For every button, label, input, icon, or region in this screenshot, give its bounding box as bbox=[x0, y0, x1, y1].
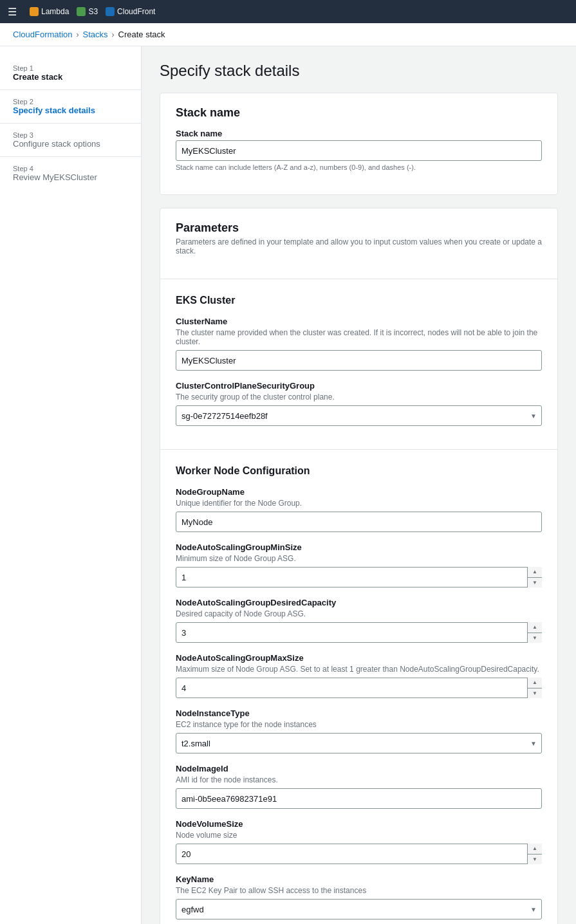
node-instance-type-desc: EC2 instance type for the node instances bbox=[176, 720, 542, 729]
cluster-name-field: ClusterName The cluster name provided wh… bbox=[176, 317, 542, 371]
node-volume-size-decrement[interactable]: ▼ bbox=[528, 855, 542, 865]
node-group-name-field: NodeGroupName Unique identifier for the … bbox=[176, 487, 542, 532]
key-name-desc: The EC2 Key Pair to allow SSH access to … bbox=[176, 886, 542, 895]
node-volume-size-label: NodeVolumeSize bbox=[176, 819, 542, 829]
hamburger-icon[interactable]: ☰ bbox=[8, 6, 17, 18]
cluster-sg-field: ClusterControlPlaneSecurityGroup The sec… bbox=[176, 381, 542, 426]
node-volume-size-wrap: ▲ ▼ bbox=[176, 844, 542, 864]
breadcrumb: CloudFormation › Stacks › Create stack bbox=[0, 23, 576, 46]
stack-name-field: Stack name Stack name can include letter… bbox=[176, 129, 542, 171]
worker-node-section: Worker Node Configuration NodeGroupName … bbox=[160, 450, 557, 924]
node-image-id-input[interactable] bbox=[176, 788, 542, 809]
node-instance-type-field: NodeInstanceType EC2 instance type for t… bbox=[176, 708, 542, 753]
asg-max-label: NodeAutoScalingGroupMaxSize bbox=[176, 653, 542, 663]
nav-cloudfront[interactable]: CloudFront bbox=[106, 7, 155, 16]
stack-name-label: Stack name bbox=[176, 129, 542, 138]
step-3-number: Step 3 bbox=[13, 131, 128, 139]
stack-name-section-title: Stack name bbox=[176, 106, 542, 120]
content-area: Specify stack details Stack name Stack n… bbox=[142, 46, 576, 924]
step-2-label[interactable]: Specify stack details bbox=[13, 106, 128, 115]
node-image-id-desc: AMI id for the node instances. bbox=[176, 775, 542, 784]
parameters-section-title: Parameters bbox=[176, 221, 542, 235]
main-layout: Step 1 Create stack Step 2 Specify stack… bbox=[0, 46, 576, 924]
step-1-number: Step 1 bbox=[13, 64, 128, 72]
stack-name-section: Stack name Stack name Stack name can inc… bbox=[160, 93, 557, 194]
cluster-name-input[interactable] bbox=[176, 350, 542, 371]
node-group-name-desc: Unique identifier for the Node Group. bbox=[176, 499, 542, 508]
lambda-dot bbox=[30, 7, 39, 16]
cluster-sg-select[interactable]: sg-0e72727514eefb28f bbox=[176, 405, 542, 426]
asg-max-spinners: ▲ ▼ bbox=[527, 678, 542, 698]
node-image-id-field: NodeImageId AMI id for the node instance… bbox=[176, 764, 542, 809]
cluster-sg-select-wrap: sg-0e72727514eefb28f ▼ bbox=[176, 405, 542, 426]
node-group-name-input[interactable] bbox=[176, 512, 542, 532]
step-3: Step 3 Configure stack options bbox=[0, 126, 141, 154]
asg-desired-wrap: ▲ ▼ bbox=[176, 622, 542, 643]
asg-max-input[interactable] bbox=[176, 678, 542, 698]
step-4-number: Step 4 bbox=[13, 165, 128, 172]
nav-cloudfront-label: CloudFront bbox=[117, 7, 155, 16]
node-volume-size-spinners: ▲ ▼ bbox=[527, 844, 542, 864]
node-instance-type-select[interactable]: t2.small t2.medium t2.large bbox=[176, 733, 542, 753]
asg-min-label: NodeAutoScalingGroupMinSize bbox=[176, 542, 542, 552]
stack-name-card: Stack name Stack name Stack name can inc… bbox=[160, 93, 558, 195]
asg-max-field: NodeAutoScalingGroupMaxSize Maximum size… bbox=[176, 653, 542, 698]
eks-cluster-section: EKS Cluster ClusterName The cluster name… bbox=[160, 279, 557, 450]
nav-s3-label: S3 bbox=[88, 7, 98, 16]
stack-name-hint: Stack name can include letters (A-Z and … bbox=[176, 163, 542, 171]
asg-max-increment[interactable]: ▲ bbox=[528, 678, 542, 688]
worker-node-title: Worker Node Configuration bbox=[176, 465, 542, 477]
asg-desired-input[interactable] bbox=[176, 622, 542, 643]
key-name-label: KeyName bbox=[176, 874, 542, 884]
asg-desired-spinners: ▲ ▼ bbox=[527, 622, 542, 643]
step-2-number: Step 2 bbox=[13, 98, 128, 106]
asg-min-decrement[interactable]: ▼ bbox=[528, 578, 542, 588]
asg-desired-increment[interactable]: ▲ bbox=[528, 622, 542, 633]
step-1: Step 1 Create stack bbox=[0, 59, 141, 87]
step-1-label[interactable]: Create stack bbox=[13, 72, 128, 82]
stack-name-input[interactable] bbox=[176, 140, 542, 161]
step-4: Step 4 Review MyEKSCluster bbox=[0, 160, 141, 187]
breadcrumb-stacks[interactable]: Stacks bbox=[83, 30, 108, 39]
key-name-select-wrap: egfwd ▼ bbox=[176, 899, 542, 919]
key-name-select[interactable]: egfwd bbox=[176, 899, 542, 919]
parameters-section-desc: Parameters are defined in your template … bbox=[176, 237, 542, 255]
asg-desired-decrement[interactable]: ▼ bbox=[528, 633, 542, 643]
top-nav: ☰ Lambda S3 CloudFront bbox=[0, 0, 576, 23]
asg-desired-desc: Desired capacity of Node Group ASG. bbox=[176, 609, 542, 618]
nav-lambda[interactable]: Lambda bbox=[30, 7, 69, 16]
asg-desired-label: NodeAutoScalingGroupDesiredCapacity bbox=[176, 598, 542, 607]
cluster-name-desc: The cluster name provided when the clust… bbox=[176, 328, 542, 346]
asg-max-desc: Maximum size of Node Group ASG. Set to a… bbox=[176, 665, 542, 674]
asg-min-input[interactable] bbox=[176, 567, 542, 587]
node-volume-size-field: NodeVolumeSize Node volume size ▲ ▼ bbox=[176, 819, 542, 864]
nav-s3[interactable]: S3 bbox=[77, 7, 98, 16]
step-2: Step 2 Specify stack details bbox=[0, 93, 141, 120]
asg-max-decrement[interactable]: ▼ bbox=[528, 688, 542, 699]
node-volume-size-increment[interactable]: ▲ bbox=[528, 844, 542, 855]
asg-min-field: NodeAutoScalingGroupMinSize Minimum size… bbox=[176, 542, 542, 587]
node-instance-type-select-wrap: t2.small t2.medium t2.large ▼ bbox=[176, 733, 542, 753]
step-divider-2 bbox=[0, 123, 141, 124]
eks-cluster-title: EKS Cluster bbox=[176, 295, 542, 306]
asg-min-increment[interactable]: ▲ bbox=[528, 567, 542, 578]
cloudfront-dot bbox=[106, 7, 115, 16]
page-title: Specify stack details bbox=[160, 62, 558, 80]
parameters-header-section: Parameters Parameters are defined in you… bbox=[160, 208, 557, 279]
asg-max-wrap: ▲ ▼ bbox=[176, 678, 542, 698]
s3-dot bbox=[77, 7, 86, 16]
cluster-sg-desc: The security group of the cluster contro… bbox=[176, 393, 542, 402]
breadcrumb-cloudformation[interactable]: CloudFormation bbox=[13, 30, 73, 39]
breadcrumb-sep-2: › bbox=[112, 30, 115, 39]
step-4-label[interactable]: Review MyEKSCluster bbox=[13, 172, 128, 182]
step-divider-1 bbox=[0, 89, 141, 90]
node-volume-size-desc: Node volume size bbox=[176, 831, 542, 840]
parameters-card: Parameters Parameters are defined in you… bbox=[160, 208, 558, 924]
key-name-field: KeyName The EC2 Key Pair to allow SSH ac… bbox=[176, 874, 542, 919]
step-3-label[interactable]: Configure stack options bbox=[13, 139, 128, 149]
node-group-name-label: NodeGroupName bbox=[176, 487, 542, 497]
breadcrumb-current: Create stack bbox=[118, 30, 165, 39]
sidebar: Step 1 Create stack Step 2 Specify stack… bbox=[0, 46, 142, 924]
asg-desired-field: NodeAutoScalingGroupDesiredCapacity Desi… bbox=[176, 598, 542, 643]
node-volume-size-input[interactable] bbox=[176, 844, 542, 864]
